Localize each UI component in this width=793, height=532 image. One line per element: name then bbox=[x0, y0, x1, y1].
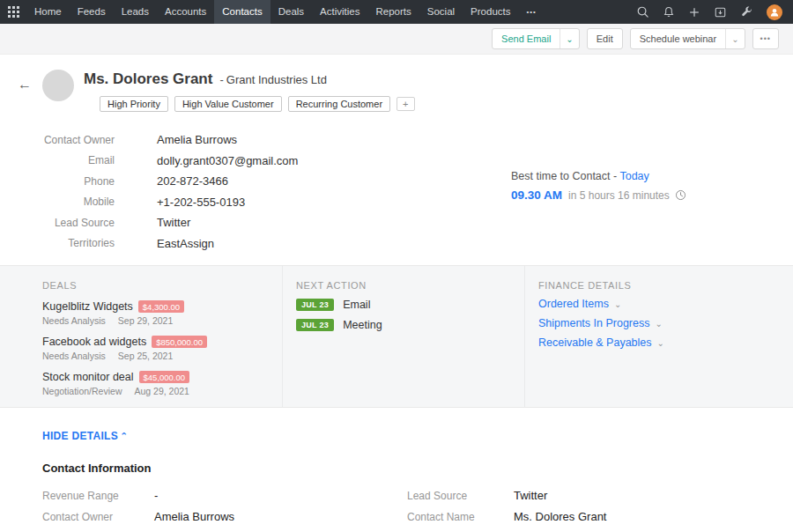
field-label: Lead Source bbox=[0, 217, 115, 229]
territories-value: EastAssign bbox=[157, 237, 214, 250]
more-actions-button[interactable]: ••• bbox=[752, 28, 779, 49]
nav-item-products[interactable]: Products bbox=[463, 0, 518, 24]
summary-panels-band: DEALS Kugelblitz Widgets $4,300.00 Needs… bbox=[0, 265, 793, 408]
best-time-relative: in 5 hours 16 minutes bbox=[568, 189, 670, 202]
schedule-webinar-caret-icon[interactable]: ⌄ bbox=[725, 29, 744, 48]
deal-item[interactable]: Facebook ad widgets $850,000.00 Needs An… bbox=[42, 336, 282, 361]
finance-link: Ordered Items bbox=[538, 298, 609, 310]
nav-item-deals[interactable]: Deals bbox=[271, 0, 312, 24]
best-time-to-contact: Best time to Contact - Today 09.30 AM in… bbox=[511, 170, 686, 202]
page-title: Ms. Dolores Grant bbox=[84, 70, 212, 88]
best-time-label: Best time to Contact - bbox=[511, 170, 617, 182]
detail-label-contact-name: Contact Name bbox=[407, 511, 514, 523]
settings-wrench-icon[interactable] bbox=[740, 5, 753, 18]
field-row-lead-source: Lead Source Twitter bbox=[0, 212, 793, 233]
deals-panel-title: DEALS bbox=[42, 280, 282, 291]
action-label: Meeting bbox=[343, 319, 382, 331]
panel-icon[interactable] bbox=[714, 6, 727, 18]
nav-item-accounts[interactable]: Accounts bbox=[157, 0, 214, 24]
deal-stage: Needs Analysis bbox=[42, 315, 106, 326]
chevron-down-icon: ⌄ bbox=[614, 299, 621, 309]
deal-name-link[interactable]: Stock monitor deal bbox=[42, 371, 134, 383]
deal-stage: Negotiation/Review bbox=[42, 386, 122, 396]
field-label: Phone bbox=[0, 175, 115, 188]
search-icon[interactable] bbox=[636, 5, 649, 18]
details-section: HIDE DETAILS ⌃ Contact Information Reven… bbox=[0, 408, 793, 523]
deal-amount-badge: $850,000.00 bbox=[152, 336, 207, 348]
finance-details-panel: FINANCE DETAILS Ordered Items ⌄ Shipment… bbox=[524, 266, 793, 407]
next-action-item[interactable]: JUL 23 Email bbox=[296, 299, 524, 311]
field-label: Mobile bbox=[0, 196, 115, 208]
deal-name-link[interactable]: Kugelblitz Widgets bbox=[42, 300, 133, 313]
contact-photo-avatar[interactable] bbox=[42, 70, 74, 101]
apps-grid-icon[interactable] bbox=[0, 0, 26, 24]
nav-item-social[interactable]: Social bbox=[419, 0, 463, 24]
action-label: Email bbox=[343, 299, 370, 311]
detail-value-contact-owner: Amelia Burrows bbox=[154, 510, 407, 523]
action-toolbar: Send Email ⌄ Edit Schedule webinar ⌄ ••• bbox=[0, 24, 793, 55]
back-button[interactable]: ← bbox=[18, 77, 42, 92]
tag-high-value-customer[interactable]: High Value Customer bbox=[174, 96, 282, 112]
nav-item-feeds[interactable]: Feeds bbox=[70, 0, 114, 24]
deal-amount-badge: $45,000.00 bbox=[139, 371, 190, 383]
send-email-label: Send Email bbox=[493, 29, 560, 48]
nav-item-reports[interactable]: Reports bbox=[367, 0, 419, 24]
deal-date: Sep 29, 2021 bbox=[118, 315, 173, 326]
chevron-down-icon: ⌄ bbox=[655, 319, 662, 329]
detail-label-lead-source: Lead Source bbox=[407, 490, 514, 502]
detail-value-contact-name: Ms. Dolores Grant bbox=[514, 510, 793, 523]
send-email-button[interactable]: Send Email ⌄ bbox=[492, 28, 580, 49]
more-actions-dots-icon: ••• bbox=[753, 29, 778, 48]
contact-header-card: ← Ms. Dolores Grant - Grant Industries L… bbox=[0, 55, 793, 265]
finance-panel-title: FINANCE DETAILS bbox=[538, 280, 793, 291]
contact-owner-value: Amelia Burrows bbox=[157, 133, 237, 146]
next-action-panel-title: NEXT ACTION bbox=[296, 280, 524, 291]
add-tag-button[interactable]: + bbox=[396, 97, 414, 111]
nav-item-home[interactable]: Home bbox=[26, 0, 70, 24]
best-time-day-link[interactable]: Today bbox=[619, 170, 648, 182]
email-value-link[interactable]: dolly.grant0307@gmail.com bbox=[157, 154, 298, 167]
finance-link: Receivable & Payables bbox=[538, 336, 652, 349]
tag-high-priority[interactable]: High Priority bbox=[100, 96, 168, 112]
contact-information-grid: Revenue Range - Lead Source Twitter Cont… bbox=[42, 489, 793, 523]
finance-item-receivable-payables[interactable]: Receivable & Payables ⌄ bbox=[538, 336, 793, 349]
edit-button[interactable]: Edit bbox=[587, 28, 623, 49]
deals-panel: DEALS Kugelblitz Widgets $4,300.00 Needs… bbox=[0, 266, 282, 407]
tag-recurring-customer[interactable]: Recurring Customer bbox=[288, 96, 390, 112]
best-time-value: 09.30 AM bbox=[511, 188, 562, 202]
hide-details-toggle[interactable]: HIDE DETAILS ⌃ bbox=[42, 430, 129, 442]
next-action-item[interactable]: JUL 23 Meeting bbox=[296, 319, 524, 331]
clock-icon bbox=[675, 189, 686, 201]
phone-value-link[interactable]: 202-872-3466 bbox=[157, 174, 228, 188]
deal-item[interactable]: Kugelblitz Widgets $4,300.00 Needs Analy… bbox=[42, 300, 282, 326]
finance-item-ordered-items[interactable]: Ordered Items ⌄ bbox=[538, 298, 793, 310]
account-name-link[interactable]: Grant Industries Ltd bbox=[226, 73, 327, 86]
contact-information-title: Contact Information bbox=[42, 462, 793, 475]
deal-name-link[interactable]: Facebook ad widgets bbox=[42, 336, 146, 348]
schedule-webinar-button[interactable]: Schedule webinar ⌄ bbox=[630, 28, 745, 49]
next-action-panel: NEXT ACTION JUL 23 Email JUL 23 Meeting bbox=[282, 266, 524, 407]
finance-item-shipments[interactable]: Shipments In Progress ⌄ bbox=[538, 317, 793, 329]
notifications-bell-icon[interactable] bbox=[663, 5, 675, 18]
action-date-badge: JUL 23 bbox=[296, 299, 334, 311]
deal-item[interactable]: Stock monitor deal $45,000.00 Negotiatio… bbox=[42, 371, 282, 396]
action-date-badge: JUL 23 bbox=[296, 319, 334, 331]
deal-date: Sep 25, 2021 bbox=[118, 351, 173, 361]
deal-amount-badge: $4,300.00 bbox=[138, 300, 184, 313]
mobile-value-link[interactable]: +1-202-555-0193 bbox=[157, 196, 245, 209]
hide-details-label: HIDE DETAILS bbox=[42, 430, 118, 442]
user-avatar[interactable] bbox=[767, 4, 782, 20]
send-email-caret-icon[interactable]: ⌄ bbox=[560, 29, 578, 48]
field-label: Contact Owner bbox=[0, 134, 115, 146]
nav-item-leads[interactable]: Leads bbox=[114, 0, 157, 24]
nav-right-icons bbox=[636, 0, 793, 24]
detail-label-contact-owner: Contact Owner bbox=[42, 511, 154, 523]
field-row-contact-owner: Contact Owner Amelia Burrows bbox=[0, 129, 793, 151]
nav-more-button[interactable]: ••• bbox=[518, 0, 544, 24]
nav-item-contacts[interactable]: Contacts bbox=[214, 0, 270, 24]
add-plus-icon[interactable] bbox=[688, 6, 700, 18]
field-label: Territories bbox=[0, 237, 115, 249]
nav-item-activities[interactable]: Activities bbox=[312, 0, 367, 24]
field-row-email: Email dolly.grant0307@gmail.com bbox=[0, 151, 793, 172]
field-row-territories: Territories EastAssign bbox=[0, 233, 793, 255]
